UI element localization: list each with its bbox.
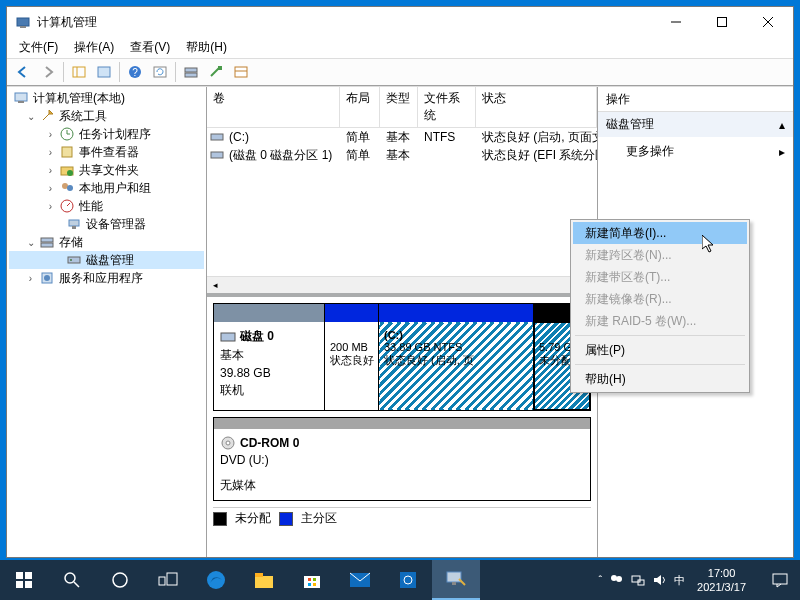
- ctx-new-simple-volume[interactable]: 新建简单卷(I)...: [573, 222, 747, 244]
- tree-storage[interactable]: ⌄ 存储: [9, 233, 204, 251]
- cdrom-info[interactable]: CD-ROM 0 DVD (U:) 无媒体: [214, 418, 590, 500]
- tree-shared-folders[interactable]: › 共享文件夹: [9, 161, 204, 179]
- tree-root[interactable]: 计算机管理(本地): [9, 89, 204, 107]
- volume-icon[interactable]: [652, 572, 668, 588]
- start-button[interactable]: [0, 560, 48, 600]
- tree-services-apps[interactable]: › 服务和应用程序: [9, 269, 204, 287]
- taskbar-mail[interactable]: [336, 560, 384, 600]
- volume-list-body[interactable]: (C:) 简单 基本 NTFS 状态良好 (启动, 页面文件 (磁盘 0 磁盘分…: [207, 128, 597, 276]
- col-status[interactable]: 状态: [476, 87, 597, 127]
- actions-category[interactable]: 磁盘管理 ▴: [598, 112, 793, 137]
- back-button[interactable]: [11, 61, 35, 83]
- search-button[interactable]: [48, 560, 96, 600]
- tree-task-scheduler[interactable]: › 任务计划程序: [9, 125, 204, 143]
- col-type[interactable]: 类型: [380, 87, 418, 127]
- show-hide-tree-button[interactable]: [67, 61, 91, 83]
- taskbar-clock[interactable]: 17:00 2021/3/17: [691, 566, 752, 595]
- navigation-tree[interactable]: 计算机管理(本地) ⌄ 系统工具 › 任务计划程序 › 事件查看器 › 共享文件…: [7, 87, 207, 557]
- properties-button[interactable]: [92, 61, 116, 83]
- svg-rect-45: [25, 581, 32, 588]
- tree-event-viewer[interactable]: › 事件查看器: [9, 143, 204, 161]
- legend-unallocated-label: 未分配: [235, 510, 271, 527]
- disk-list-button[interactable]: [179, 61, 203, 83]
- svg-rect-29: [69, 220, 79, 226]
- taskbar-edge[interactable]: [192, 560, 240, 600]
- collapse-arrow-icon: ▴: [779, 118, 785, 132]
- titlebar: 计算机管理: [7, 7, 793, 37]
- menu-action[interactable]: 操作(A): [66, 37, 122, 58]
- svg-rect-49: [159, 577, 165, 585]
- taskbar-store[interactable]: [288, 560, 336, 600]
- network-icon[interactable]: [630, 572, 646, 588]
- scroll-left-icon[interactable]: ◂: [207, 277, 224, 294]
- col-layout[interactable]: 布局: [340, 87, 380, 127]
- close-button[interactable]: [745, 7, 791, 37]
- tools-icon: [39, 108, 55, 124]
- forward-button[interactable]: [36, 61, 60, 83]
- window-title: 计算机管理: [37, 14, 653, 31]
- taskbar: ˆ 中 17:00 2021/3/17: [0, 560, 800, 600]
- horizontal-scrollbar[interactable]: ◂ ▸: [207, 276, 597, 293]
- refresh-button[interactable]: [148, 61, 172, 83]
- view-options-button[interactable]: [229, 61, 253, 83]
- event-icon: [59, 144, 75, 160]
- volume-row[interactable]: (C:) 简单 基本 NTFS 状态良好 (启动, 页面文件: [207, 128, 597, 146]
- tray-overflow-icon[interactable]: ˆ: [598, 574, 602, 586]
- partition-c[interactable]: (C:) 33.89 GB NTFS 状态良好 (启动, 页: [378, 304, 533, 410]
- expand-icon[interactable]: ›: [44, 165, 57, 176]
- disk-0-info[interactable]: 磁盘 0 基本 39.88 GB 联机: [214, 304, 324, 410]
- ctx-new-mirrored-volume: 新建镜像卷(R)...: [573, 288, 747, 310]
- partition-efi[interactable]: 200 MB 状态良好: [324, 304, 378, 410]
- cortana-button[interactable]: [96, 560, 144, 600]
- collapse-icon[interactable]: ⌄: [24, 111, 37, 122]
- computer-icon: [13, 90, 29, 106]
- ctx-properties[interactable]: 属性(P): [573, 339, 747, 361]
- expand-icon[interactable]: ›: [44, 129, 57, 140]
- svg-rect-0: [17, 18, 29, 26]
- col-volume[interactable]: 卷: [207, 87, 340, 127]
- folder-share-icon: [59, 162, 75, 178]
- expand-icon[interactable]: ›: [44, 183, 57, 194]
- svg-rect-55: [308, 578, 311, 581]
- menu-help[interactable]: 帮助(H): [178, 37, 235, 58]
- disk-icon: [220, 329, 236, 345]
- svg-rect-56: [313, 578, 316, 581]
- settings-button[interactable]: [204, 61, 228, 83]
- svg-rect-33: [68, 257, 80, 263]
- taskbar-settings[interactable]: [384, 560, 432, 600]
- svg-rect-43: [25, 572, 32, 579]
- ime-indicator[interactable]: 中: [674, 573, 685, 588]
- tree-device-manager[interactable]: 设备管理器: [9, 215, 204, 233]
- svg-rect-8: [98, 67, 110, 77]
- minimize-button[interactable]: [653, 7, 699, 37]
- expand-icon[interactable]: ›: [24, 273, 37, 284]
- svg-rect-50: [167, 573, 177, 585]
- expand-icon[interactable]: ›: [44, 147, 57, 158]
- tree-performance[interactable]: › 性能: [9, 197, 204, 215]
- volume-row[interactable]: (磁盘 0 磁盘分区 1) 简单 基本 状态良好 (EFI 系统分区: [207, 146, 597, 164]
- people-icon[interactable]: [608, 572, 624, 588]
- action-center-button[interactable]: [760, 560, 800, 600]
- svg-rect-30: [72, 226, 76, 229]
- menu-view[interactable]: 查看(V): [122, 37, 178, 58]
- expand-icon[interactable]: ›: [44, 201, 57, 212]
- help-button[interactable]: ?: [123, 61, 147, 83]
- taskbar-computer-management[interactable]: [432, 560, 480, 600]
- svg-rect-60: [400, 572, 416, 588]
- task-view-button[interactable]: [144, 560, 192, 600]
- svg-point-64: [611, 575, 617, 581]
- menu-file[interactable]: 文件(F): [11, 37, 66, 58]
- ctx-new-striped-volume: 新建带区卷(T)...: [573, 266, 747, 288]
- collapse-icon[interactable]: ⌄: [24, 237, 37, 248]
- taskbar-explorer[interactable]: [240, 560, 288, 600]
- tree-local-users[interactable]: › 本地用户和组: [9, 179, 204, 197]
- ctx-help[interactable]: 帮助(H): [573, 368, 747, 390]
- tree-disk-management[interactable]: 磁盘管理: [9, 251, 204, 269]
- actions-more[interactable]: 更多操作 ▸: [598, 137, 793, 166]
- maximize-button[interactable]: [699, 7, 745, 37]
- svg-rect-54: [304, 576, 320, 588]
- app-icon: [15, 14, 31, 30]
- col-filesystem[interactable]: 文件系统: [418, 87, 476, 127]
- main-content: 卷 布局 类型 文件系统 状态 (C:) 简单 基本 NTFS 状态良好 (启动…: [207, 87, 598, 557]
- tree-system-tools[interactable]: ⌄ 系统工具: [9, 107, 204, 125]
